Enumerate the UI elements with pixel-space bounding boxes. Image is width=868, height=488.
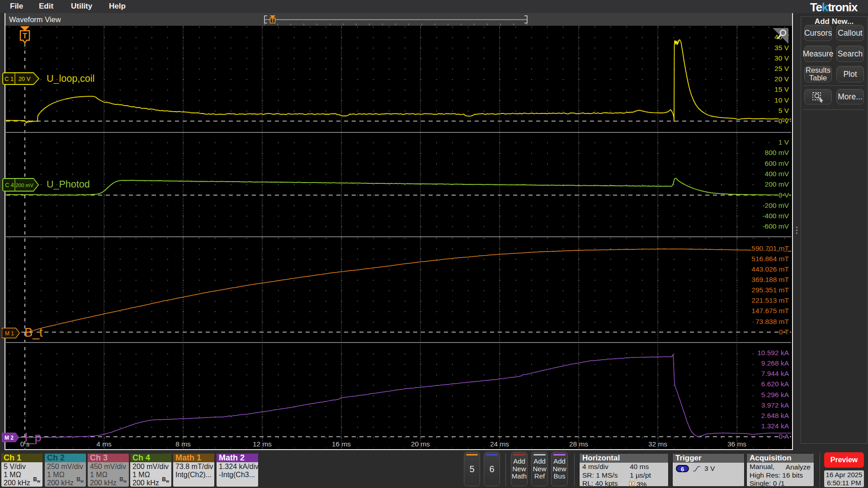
svg-text:0 A: 0 A bbox=[779, 432, 789, 440]
svg-text:0 V: 0 V bbox=[778, 117, 789, 125]
svg-text:16 ms: 16 ms bbox=[332, 440, 351, 448]
svg-text:800 mV: 800 mV bbox=[765, 149, 789, 156]
svg-text:10.592 kA: 10.592 kA bbox=[757, 349, 789, 357]
svg-text:30 V: 30 V bbox=[774, 54, 789, 62]
svg-text:15 V: 15 V bbox=[774, 85, 789, 93]
svg-text:0 V: 0 V bbox=[778, 191, 789, 199]
svg-text:T: T bbox=[23, 32, 27, 40]
svg-text:U_Photod: U_Photod bbox=[47, 179, 90, 190]
svg-text:2.648 kA: 2.648 kA bbox=[761, 412, 789, 419]
svg-text:T: T bbox=[271, 18, 274, 23]
svg-text:6.620 kA: 6.620 kA bbox=[761, 380, 789, 388]
svg-text:20 V: 20 V bbox=[774, 75, 789, 83]
svg-text:8 ms: 8 ms bbox=[175, 440, 191, 448]
svg-text:9.268 kA: 9.268 kA bbox=[761, 359, 789, 367]
svg-text:5 V: 5 V bbox=[778, 107, 789, 114]
svg-text:5.296 kA: 5.296 kA bbox=[761, 391, 789, 399]
svg-text:200 mV: 200 mV bbox=[15, 183, 33, 188]
svg-text:147.675 mT: 147.675 mT bbox=[751, 307, 789, 314]
svg-text:7.944 kA: 7.944 kA bbox=[761, 370, 789, 377]
svg-text:20 V: 20 V bbox=[19, 75, 31, 82]
svg-text:3.972 kA: 3.972 kA bbox=[761, 401, 789, 409]
svg-text:516.864 mT: 516.864 mT bbox=[751, 255, 789, 263]
svg-text:-200 mV: -200 mV bbox=[762, 202, 789, 209]
svg-text:12 ms: 12 ms bbox=[253, 440, 272, 448]
svg-text:C 1: C 1 bbox=[5, 75, 14, 82]
svg-text:1 V: 1 V bbox=[778, 138, 789, 146]
svg-text:35 V: 35 V bbox=[774, 44, 789, 52]
svg-text:24 ms: 24 ms bbox=[490, 440, 509, 448]
svg-text:0 T: 0 T bbox=[779, 328, 789, 336]
svg-text:28 ms: 28 ms bbox=[569, 440, 588, 448]
svg-text:U_loop,coil: U_loop,coil bbox=[47, 73, 94, 84]
svg-text:600 mV: 600 mV bbox=[765, 160, 789, 167]
svg-text:590.701 mT: 590.701 mT bbox=[751, 244, 789, 252]
svg-text:T: T bbox=[631, 482, 633, 486]
svg-text:B_t: B_t bbox=[24, 326, 43, 339]
svg-text:32 ms: 32 ms bbox=[648, 440, 667, 448]
svg-text:369.188 mT: 369.188 mT bbox=[751, 276, 789, 283]
svg-text:-400 mV: -400 mV bbox=[762, 212, 789, 220]
svg-text:M 1: M 1 bbox=[5, 330, 14, 337]
svg-text:I_p: I_p bbox=[24, 431, 42, 444]
svg-text:C 4: C 4 bbox=[5, 182, 14, 188]
svg-text:4 ms: 4 ms bbox=[96, 440, 112, 448]
svg-text:221.513 mT: 221.513 mT bbox=[751, 296, 789, 304]
svg-text:1.324 kA: 1.324 kA bbox=[761, 422, 789, 430]
svg-text:400 mV: 400 mV bbox=[765, 170, 789, 178]
svg-text:M 2: M 2 bbox=[5, 435, 14, 441]
svg-text:200 mV: 200 mV bbox=[765, 180, 789, 188]
svg-text:295.351 mT: 295.351 mT bbox=[751, 286, 789, 294]
svg-text:-600 mV: -600 mV bbox=[762, 222, 789, 230]
svg-text:36 ms: 36 ms bbox=[727, 440, 746, 448]
svg-text:20 ms: 20 ms bbox=[411, 440, 430, 448]
svg-text:25 V: 25 V bbox=[774, 65, 789, 72]
svg-text:73.838 mT: 73.838 mT bbox=[755, 318, 789, 325]
svg-text:443.026 mT: 443.026 mT bbox=[751, 265, 789, 273]
svg-text:10 V: 10 V bbox=[774, 96, 789, 104]
